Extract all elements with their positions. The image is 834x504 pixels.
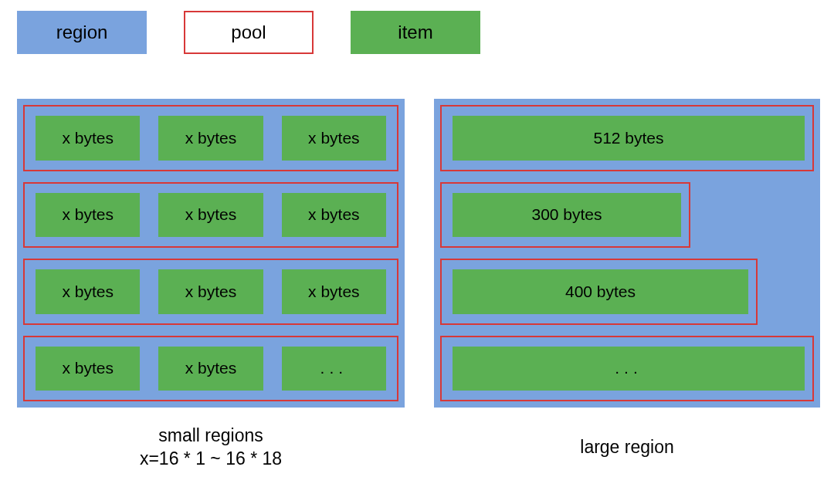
item-box-ellipsis: ... [453,347,805,391]
item-label: x bytes [62,205,114,224]
item-box: x bytes [36,193,140,238]
item-box: 400 bytes [453,269,748,314]
legend-region-swatch: region [17,11,147,54]
item-box: x bytes [158,193,263,238]
item-box-ellipsis: ... [282,347,386,391]
item-label: x bytes [62,359,114,377]
small-pool: x bytes x bytes x bytes [23,259,398,325]
item-box: x bytes [158,116,263,161]
item-label: x bytes [308,282,360,301]
small-regions-caption-line2: x=16 * 1 ~ 16 * 18 [17,448,405,471]
item-label: x bytes [185,205,237,224]
large-pool: 300 bytes [440,182,690,249]
item-label: x bytes [62,282,114,301]
item-label: x bytes [185,282,237,301]
large-pool: 400 bytes [440,259,758,325]
small-regions-caption: small regions x=16 * 1 ~ 16 * 18 [17,425,405,471]
item-label: x bytes [62,129,114,147]
item-box: x bytes [158,347,263,391]
legend: region pool item [17,11,480,54]
small-pool: x bytes x bytes x bytes [23,182,398,249]
item-box: 300 bytes [453,193,681,238]
item-box: x bytes [36,347,140,391]
legend-region-label: region [56,22,108,43]
item-box: x bytes [282,116,386,161]
small-regions-block: x bytes x bytes x bytes x bytes x bytes … [17,99,405,408]
large-region-caption-text: large region [434,436,820,459]
item-box: x bytes [282,269,386,314]
item-box: x bytes [36,116,140,161]
small-pool: x bytes x bytes ... [23,336,398,402]
legend-pool-swatch: pool [184,11,314,54]
item-box: x bytes [158,269,263,314]
item-label: 400 bytes [565,282,636,301]
item-label: 300 bytes [531,205,602,224]
item-label: ... [615,359,642,377]
large-region-caption: large region [434,436,820,459]
large-pool: ... [440,336,814,402]
large-pool: 512 bytes [440,105,814,171]
legend-pool-label: pool [231,22,266,43]
item-box: x bytes [36,269,140,314]
item-label: x bytes [308,205,360,224]
item-label: ... [320,359,348,377]
item-label: x bytes [308,129,360,147]
diagram-stage: region pool item x bytes x bytes x bytes… [0,0,834,504]
small-regions-caption-line1: small regions [17,425,405,448]
item-label: 512 bytes [593,129,663,147]
item-box: x bytes [282,193,386,238]
legend-item-swatch: item [351,11,480,54]
small-pool: x bytes x bytes x bytes [23,105,398,171]
item-box: 512 bytes [453,116,805,161]
item-label: x bytes [185,129,237,147]
large-region-block: 512 bytes 300 bytes 400 bytes ... [434,99,820,408]
item-label: x bytes [185,359,237,377]
legend-item-label: item [398,22,432,43]
